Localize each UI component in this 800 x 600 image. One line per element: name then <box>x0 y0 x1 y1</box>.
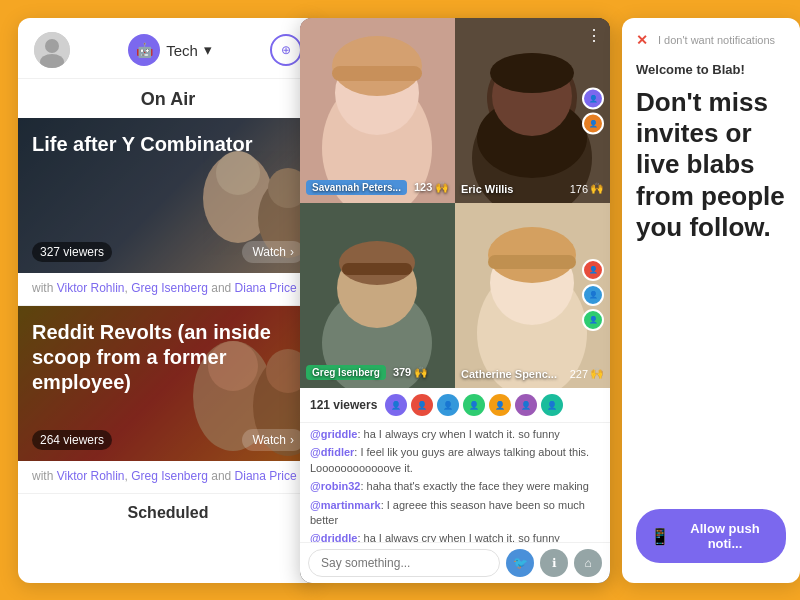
chat-msg-2: @dfidler: I feel lik you guys are always… <box>310 445 600 476</box>
video-count-eric: 176 🙌 <box>570 182 604 195</box>
twitter-share-button[interactable]: 🐦 <box>506 549 534 577</box>
chat-input[interactable] <box>308 549 500 577</box>
left-panel: 🤖 Tech ▾ ⊕ On Air Life after Y Combinato… <box>18 18 318 583</box>
video-count-catherine: 227 🙌 <box>570 367 604 380</box>
blab-card-2-watch[interactable]: Watch › <box>242 429 304 451</box>
count-greg: 379 <box>393 366 411 378</box>
chat-area: 121 viewers 👤 👤 👤 👤 👤 👤 👤 @griddle: ha I… <box>300 388 610 583</box>
big-headline: Don't miss invites or live blabs from pe… <box>636 87 786 243</box>
center-panel: ⋮ Savannah Peters... 123 🙌 <box>300 18 610 583</box>
video-name-eric: Eric Willis <box>461 183 513 195</box>
home-button[interactable]: ⌂ <box>574 549 602 577</box>
chat-avatar-2: 👤 <box>411 394 433 416</box>
left-header: 🤖 Tech ▾ ⊕ <box>18 18 318 79</box>
dismiss-label: I don't want notifications <box>658 34 775 46</box>
name-badge-greg: Greg Isenberg <box>306 365 386 380</box>
svg-point-21 <box>490 53 574 93</box>
more-options-icon[interactable]: ⋮ <box>586 26 602 45</box>
svg-point-1 <box>45 39 59 53</box>
video-cell-savannah: Savannah Peters... 123 🙌 <box>300 18 455 203</box>
blab-card-1-bg: Life after Y Combinator 327 viewers Watc… <box>18 118 318 273</box>
chat-viewers-row: 121 viewers 👤 👤 👤 👤 👤 👤 👤 <box>300 388 610 423</box>
blab-card-1-bottom: 327 viewers Watch › <box>32 241 304 263</box>
info-button[interactable]: ℹ <box>540 549 568 577</box>
user-avatar[interactable] <box>34 32 70 68</box>
name-eric: Eric Willis <box>461 183 513 195</box>
svg-rect-31 <box>488 255 576 269</box>
blab-card-2-bottom: 264 viewers Watch › <box>32 429 304 451</box>
side-avatar-4: 👤 <box>582 284 604 306</box>
name-catherine: Catherine Spenc... <box>461 368 557 380</box>
channel-label: Tech <box>166 42 198 59</box>
chat-msg-5: @driddle: ha I always cry when I watch i… <box>310 531 600 542</box>
chat-avatar-4: 👤 <box>463 394 485 416</box>
dismiss-notifications[interactable]: ✕ I don't want notifications <box>636 32 786 48</box>
video-name-savannah: Savannah Peters... 123 🙌 <box>306 180 449 195</box>
side-avatar-3: 👤 <box>582 259 604 281</box>
svg-rect-26 <box>342 263 412 275</box>
side-avatars-catherine: 👤 👤 👤 <box>582 259 604 331</box>
video-cell-catherine: 👤 👤 👤 Catherine Spenc... 227 🙌 <box>455 203 610 388</box>
on-air-title: On Air <box>18 79 318 118</box>
blab-card-1-title: Life after Y Combinator <box>32 132 304 157</box>
chat-avatar-6: 👤 <box>515 394 537 416</box>
video-name-greg: Greg Isenberg 379 🙌 <box>306 365 428 380</box>
chat-avatar-3: 👤 <box>437 394 459 416</box>
close-icon: ✕ <box>636 32 652 48</box>
blab-card-1-meta: with Viktor Rohlin, Greg Isenberg and Di… <box>18 273 318 306</box>
chat-avatar-5: 👤 <box>489 394 511 416</box>
channel-icon: 🤖 <box>128 34 160 66</box>
blab-card-2-viewers: 264 viewers <box>32 430 112 450</box>
side-avatar-1: 👤 <box>582 87 604 109</box>
face-savannah <box>300 18 455 203</box>
side-avatar-5: 👤 <box>582 309 604 331</box>
video-cell-greg: Greg Isenberg 379 🙌 <box>300 203 455 388</box>
chat-msg-1: @griddle: ha I always cry when I watch i… <box>310 427 600 442</box>
scheduled-title: Scheduled <box>18 494 318 532</box>
svg-point-4 <box>216 151 260 195</box>
blab-card-2-meta: with Viktor Rohlin, Greg Isenberg and Di… <box>18 461 318 494</box>
chevron-down-icon: ▾ <box>204 41 212 59</box>
blab-card-2[interactable]: Reddit Revolts (an inside scoop from a f… <box>18 306 318 494</box>
allow-push-label: Allow push noti... <box>678 521 772 551</box>
side-avatars-eric: 👤 👤 <box>582 87 604 134</box>
right-panel: ✕ I don't want notifications Welcome to … <box>622 18 800 583</box>
chat-messages: @griddle: ha I always cry when I watch i… <box>300 423 610 542</box>
svg-rect-15 <box>332 66 422 81</box>
welcome-text: Welcome to Blab! <box>636 62 786 77</box>
blab-card-2-bg: Reddit Revolts (an inside scoop from a f… <box>18 306 318 461</box>
allow-push-button[interactable]: 📱 Allow push noti... <box>636 509 786 563</box>
video-cell-eric: 👤 👤 Eric Willis 176 🙌 <box>455 18 610 203</box>
side-avatar-2: 👤 <box>582 112 604 134</box>
video-name-catherine: Catherine Spenc... <box>461 368 557 380</box>
face-greg <box>300 203 455 388</box>
chat-avatar-1: 👤 <box>385 394 407 416</box>
blab-card-2-title: Reddit Revolts (an inside scoop from a f… <box>32 320 304 395</box>
chat-msg-4: @martinmark: I agreee this season have b… <box>310 498 600 529</box>
chat-avatar-7: 👤 <box>541 394 563 416</box>
chat-viewers-count: 121 viewers <box>310 398 377 412</box>
channel-selector[interactable]: 🤖 Tech ▾ <box>128 34 212 66</box>
video-grid: Savannah Peters... 123 🙌 👤 👤 <box>300 18 610 388</box>
filter-icon[interactable]: ⊕ <box>270 34 302 66</box>
blab-card-1[interactable]: Life after Y Combinator 327 viewers Watc… <box>18 118 318 306</box>
blab-card-1-watch[interactable]: Watch › <box>242 241 304 263</box>
name-badge-savannah: Savannah Peters... <box>306 180 407 195</box>
count-savannah: 123 <box>414 181 432 193</box>
phone-icon: 📱 <box>650 527 670 546</box>
chat-msg-3: @robin32: haha that's exactly the face t… <box>310 479 600 494</box>
chat-input-row: 🐦 ℹ ⌂ <box>300 542 610 583</box>
blab-card-1-viewers: 327 viewers <box>32 242 112 262</box>
